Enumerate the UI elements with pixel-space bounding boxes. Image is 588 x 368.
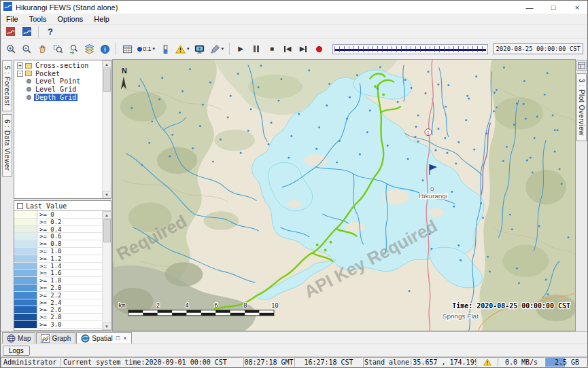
scroll-up-icon[interactable]: ▲ [103, 211, 111, 219]
menu-help[interactable]: Help [88, 14, 115, 24]
step-last-button[interactable]: ▶ [296, 41, 311, 56]
status-warning[interactable] [477, 357, 498, 367]
pan-button[interactable] [35, 41, 50, 56]
zoom-box-icon [53, 44, 63, 54]
tab-spatial-label: Spatial [92, 335, 113, 342]
collapse-icon[interactable]: - [17, 71, 23, 77]
scrollbar-thumb[interactable] [103, 69, 111, 92]
stop-button[interactable]: ■ [264, 41, 279, 56]
pan-hand-icon [37, 44, 48, 54]
legend-color-swatch [14, 219, 37, 225]
gauge-icon [160, 44, 171, 54]
record-button[interactable] [311, 41, 326, 56]
tree-item-pocket[interactable]: - Pocket [14, 70, 102, 78]
info-button[interactable]: i [97, 41, 112, 56]
legend-value-label: >= 0.4 [37, 226, 62, 233]
legend-row: >= 0.6 [14, 233, 102, 240]
minimize-button[interactable]: — [519, 1, 540, 14]
tab-graph[interactable]: Graph [36, 332, 75, 344]
tab-spatial[interactable]: Spatial □ × [76, 332, 131, 344]
warning-icon [483, 358, 491, 366]
legend-value-label: >= 1.2 [37, 255, 62, 262]
grid-display-button[interactable] [120, 41, 135, 56]
step-first-button[interactable]: ◀ [280, 41, 295, 56]
step-last-icon [305, 46, 307, 52]
panel-icon [578, 62, 585, 69]
tree-item-level-point[interactable]: Level Point [14, 77, 102, 86]
close-button[interactable]: × [567, 1, 587, 14]
status-gmt-time: 08:27:18 GMT [243, 357, 294, 367]
legend-value-label: >= 2.2 [37, 292, 62, 299]
legend-scrollbar[interactable]: ▲ ▼ [102, 211, 111, 330]
last-value-checkbox[interactable] [17, 203, 23, 209]
zoom-out-icon [22, 44, 32, 54]
map-time-label: Time: 2020-08-25 00:00:00 CST [452, 302, 570, 310]
toolbar-separator [116, 43, 116, 55]
close-tab-icon[interactable]: × [123, 335, 126, 342]
legend-value-label: >= 1.0 [37, 248, 62, 255]
tree-item-cross-section[interactable]: + Cross-section [14, 62, 102, 70]
profile-tool-icon [210, 44, 220, 54]
legend-color-swatch [14, 248, 37, 255]
zoom-out-button[interactable] [19, 41, 34, 56]
legend-color-swatch [14, 233, 37, 240]
legend-value-label: >= 0.8 [37, 240, 62, 247]
map-canvas[interactable]: 1 Hikurangi Springs Flat API Key Require… [113, 60, 575, 331]
pause-button[interactable] [249, 41, 264, 56]
menu-tools[interactable]: Tools [24, 14, 52, 24]
layer-select-value: 0:1 [143, 45, 152, 52]
float-panel-icon[interactable]: □ [116, 335, 120, 342]
legend-row: >= 1.4 [14, 263, 102, 270]
tree-item-depth-grid[interactable]: Depth Grid [14, 93, 102, 101]
maximize-button[interactable]: □ [543, 1, 564, 14]
menu-options[interactable]: Options [52, 14, 88, 24]
panel-thumbnail-button[interactable] [576, 60, 587, 71]
current-time-display[interactable]: 2020-08-25 00:00:00 CST [493, 43, 583, 54]
legend-color-swatch [14, 299, 37, 306]
legend-color-swatch [14, 314, 37, 320]
app-module-blue-button[interactable] [19, 24, 34, 39]
expand-icon[interactable]: + [17, 62, 23, 69]
legend-color-swatch [14, 263, 37, 270]
scale-tick: 6 [214, 302, 218, 309]
tab-data-viewer[interactable]: 6 : Data Viewer [2, 114, 12, 177]
play-button[interactable]: ▶ [233, 41, 248, 56]
scale-gauge-button[interactable] [158, 41, 173, 56]
logs-row: Logs [1, 344, 587, 356]
zoom-box-button[interactable] [50, 41, 65, 56]
scrollbar-thumb[interactable] [103, 219, 111, 242]
zoom-previous-button[interactable] [66, 41, 81, 56]
layer-select-dropdown[interactable]: 0:1▾ [135, 41, 157, 56]
legend-color-swatch [14, 255, 37, 262]
time-slider[interactable] [332, 44, 488, 54]
layer-tree-panel: + Cross-section - Pocket Level Point [14, 60, 111, 199]
legend-value-label: >= 1.8 [37, 277, 62, 284]
scale-tick: 4 [186, 302, 189, 309]
map-panel: 1 Hikurangi Springs Flat API Key Require… [113, 59, 576, 331]
legend-row: >= 1.0 [14, 248, 102, 255]
legend-row: >= 2.2 [14, 292, 102, 299]
warning-threshold-dropdown[interactable]: ▾ [173, 41, 192, 56]
tree-scrollbar[interactable]: ▲ ▼ [102, 60, 111, 198]
scroll-down-icon[interactable]: ▼ [103, 323, 111, 330]
app-module-red-button[interactable] [3, 24, 18, 39]
tab-forecast[interactable]: 5 : Forecast [2, 60, 12, 111]
zoom-in-button[interactable] [3, 41, 18, 56]
tab-map[interactable]: Map [2, 332, 35, 344]
tab-plot-overview[interactable]: 3 : Plot Overview [576, 73, 587, 141]
scroll-up-icon[interactable]: ▲ [103, 60, 111, 68]
layers-button[interactable] [82, 41, 97, 56]
highway-number: 1 [427, 130, 430, 135]
menu-file[interactable]: File [1, 14, 24, 24]
help-button[interactable]: ? [43, 24, 58, 39]
logs-button[interactable]: Logs [3, 346, 30, 356]
profile-tool-dropdown[interactable]: ▾ [208, 41, 226, 56]
tree-item-level-grid[interactable]: Level Grid [14, 86, 102, 94]
animation-display-button[interactable] [192, 41, 207, 56]
legend-panel: Last Value >= 0>= 0.2>= 0.4>= 0.6>= 0.8>… [14, 200, 111, 331]
scroll-down-icon[interactable]: ▼ [103, 191, 111, 198]
main-toolbar: ? [1, 25, 587, 39]
legend-row: >= 2.4 [14, 299, 102, 307]
legend-value-label: >= 2.4 [37, 299, 62, 306]
warning-icon [175, 45, 186, 54]
